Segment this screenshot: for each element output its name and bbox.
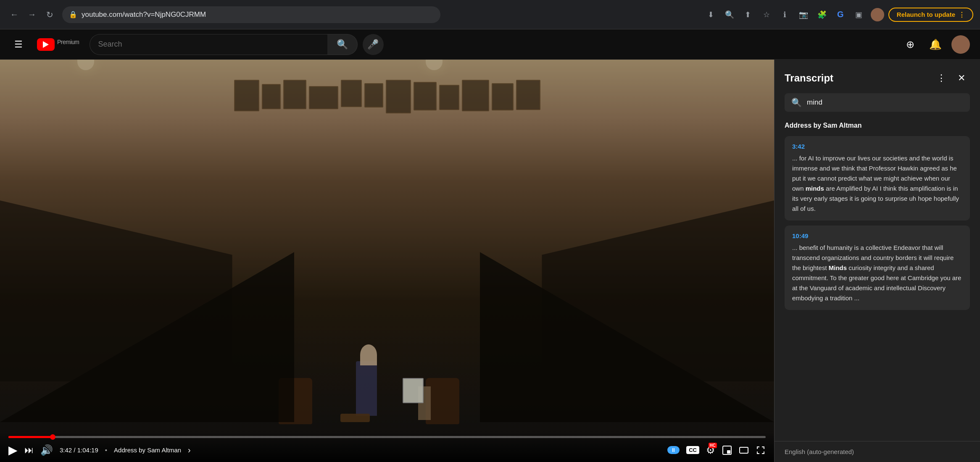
transcript-panel: Transcript ⋮ ✕ 🔍 Address by Sam Altman 3… [774,60,980,462]
lock-icon: 🔒 [69,10,77,18]
transcript-video-title: Address by Sam Altman [775,118,980,136]
youtube-header: ☰ Premium 🔍 🎤 ⊕ 🔔 [0,29,980,60]
transcript-more-button[interactable]: ⋮ [933,70,950,87]
time-display: 3:42 / 1:04:19 [60,446,98,454]
controls-row: ▶ ⏭ 🔊 3:42 / 1:04:19 • Address by Sam Al… [8,443,766,457]
screenshot-icon[interactable]: 📷 [796,7,811,22]
video-section: ▶ ⏭ 🔊 3:42 / 1:04:19 • Address by Sam Al… [0,60,774,462]
transcript-footer: English (auto-generated) [775,441,980,462]
create-button[interactable]: ⊕ [901,35,919,54]
next-button[interactable]: ⏭ [24,445,34,456]
extensions-icon[interactable]: 🧩 [814,7,830,22]
relaunch-label: Relaunch to update [897,11,955,18]
reload-button[interactable]: ↻ [42,7,57,22]
svg-rect-2 [740,447,748,453]
notifications-button[interactable]: 🔔 [926,35,945,54]
transcript-language: English (auto-generated) [785,448,854,455]
forward-button[interactable]: → [24,7,40,22]
miniplayer-button[interactable] [722,445,732,455]
split-screen-icon[interactable]: ▣ [851,7,867,22]
back-button[interactable]: ← [7,7,22,22]
share-icon[interactable]: ⬆ [740,7,756,22]
title-chevron-icon[interactable]: › [188,445,191,455]
browser-toolbar-icons: ⬇ 🔍 ⬆ ☆ ℹ 📷 🧩 G ▣ Relaunch to update ⋮ [703,7,973,22]
relaunch-chevron-icon: ⋮ [959,11,965,18]
user-avatar[interactable] [951,35,970,54]
youtube-logo-icon [37,38,55,51]
transcript-search-icon: 🔍 [791,97,802,108]
hamburger-menu-button[interactable]: ☰ [10,36,27,53]
search-container: 🔍 🎤 [90,34,384,55]
bookmark-icon[interactable]: ☆ [759,7,774,22]
youtube-logo[interactable]: Premium [37,38,79,51]
progress-fill [8,436,53,438]
transcript-results: 3:42 ... for AI to improve our lives our… [775,136,980,441]
transcript-search-input[interactable] [807,98,963,107]
profile-icon[interactable] [870,7,885,22]
browser-search-icon[interactable]: 🔍 [722,7,737,22]
info-icon[interactable]: ℹ [777,7,793,22]
cc-badge: CC [686,446,699,454]
fullscreen-button[interactable] [756,445,766,455]
browser-nav-buttons: ← → ↻ [7,7,57,22]
url-text: youtube.com/watch?v=NjpNG0CJRMM [82,10,434,19]
transcript-entry-2[interactable]: 10:49 ... benefit of humanity is a colle… [785,226,970,310]
google-icon[interactable]: G [833,7,848,22]
download-icon[interactable]: ⬇ [703,7,719,22]
transcript-text-2: ... benefit of humanity is a collective … [792,243,962,303]
video-title-control: Address by Sam Altman [114,446,181,454]
video-frame [0,60,774,462]
browser-chrome: ← → ↻ 🔒 youtube.com/watch?v=NjpNG0CJRMM … [0,0,980,29]
voice-search-button[interactable]: 🎤 [363,34,384,55]
transcript-entry-1[interactable]: 3:42 ... for AI to improve our lives our… [785,136,970,220]
hc-badge: HC [709,443,717,448]
transcript-timestamp-1: 3:42 [792,143,962,150]
transcript-text-1: ... for AI to improve our lives our soci… [792,153,962,214]
search-input[interactable] [90,34,327,55]
highlight-minds-2: Minds [829,264,847,271]
theater-mode-button[interactable] [739,445,749,455]
autoplay-toggle[interactable]: ⏸ [667,446,680,454]
settings-button[interactable]: ⚙ HC [706,444,715,456]
main-content: ▶ ⏭ 🔊 3:42 / 1:04:19 • Address by Sam Al… [0,60,980,462]
search-button[interactable]: 🔍 [327,34,358,55]
transcript-search[interactable]: 🔍 [785,93,970,112]
highlight-minds-1: minds [806,185,824,192]
play-button[interactable]: ▶ [8,443,18,457]
svg-rect-1 [727,450,730,454]
transcript-header: Transcript ⋮ ✕ [775,60,980,93]
transcript-title: Transcript [785,72,833,84]
ctrl-right: ⏸ CC ⚙ HC [667,444,766,456]
cc-button[interactable]: CC [686,446,699,454]
transcript-header-actions: ⋮ ✕ [933,70,970,87]
address-bar[interactable]: 🔒 youtube.com/watch?v=NjpNG0CJRMM [62,6,440,23]
header-actions: ⊕ 🔔 [901,35,970,54]
separator: • [105,446,107,454]
progress-bar[interactable] [8,436,766,438]
video-controls: ▶ ⏭ 🔊 3:42 / 1:04:19 • Address by Sam Al… [0,433,774,462]
transcript-close-button[interactable]: ✕ [953,70,970,87]
youtube-logo-text: Premium [56,39,79,50]
transcript-timestamp-2: 10:49 [792,232,962,239]
volume-button[interactable]: 🔊 [40,444,53,456]
relaunch-button[interactable]: Relaunch to update ⋮ [888,8,973,22]
video-player[interactable]: ▶ ⏭ 🔊 3:42 / 1:04:19 • Address by Sam Al… [0,60,774,462]
